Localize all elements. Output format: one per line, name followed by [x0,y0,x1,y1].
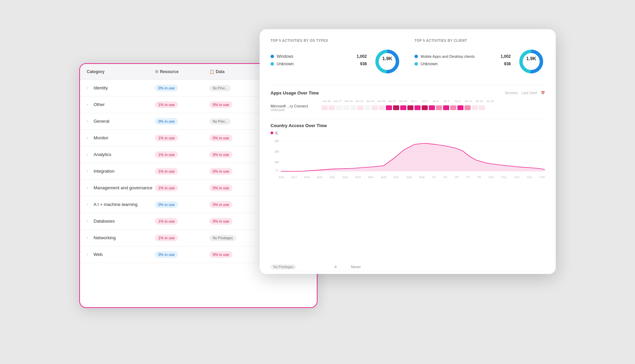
svg-text:100: 100 [274,160,279,163]
category-label: General [94,119,155,124]
client-title: TOP 5 ACTIVITIES BY CLIENT [414,39,545,42]
heatmap-cell [329,105,335,110]
heatmap-cell [343,105,349,110]
area-chart: 300 200 100 0 [271,138,545,175]
os-legend: Windows 1,002 Unknown 938 [271,54,367,69]
heatmap-cell [457,105,463,110]
expand-icon[interactable]: › [87,119,94,123]
country-dot [271,132,273,134]
resource-badge: 1% in use [155,185,209,191]
heatmap-row-label: Microsoft ...ry Connect Unknown [271,104,322,112]
resource-badge: 1% in use [155,168,209,175]
heatmap-cell [364,105,371,110]
category-label: Integration [94,169,155,174]
heatmap-cell [472,105,478,110]
category-label: Networking [94,235,155,240]
heatmap-cell [386,105,392,110]
heatmap-cell [450,105,456,110]
svg-text:200: 200 [274,150,279,153]
data-badge: 0% in use [209,151,264,158]
country-access-section: Country Access Over Time IL 300 200 100 … [271,123,545,179]
data-badge: No Privi... [209,118,264,125]
expand-icon[interactable]: › [87,169,94,173]
expand-icon[interactable]: › [87,186,94,190]
os-types-section: TOP 5 ACTIVITIES BY OS TYPES Windows 1,0… [271,39,401,75]
apps-usage-title: Apps Usage Over Time [271,90,319,96]
client-legend: Mobile Apps and Desktop clients 1,002 Un… [414,54,511,69]
heatmap-cells [322,105,485,110]
expand-icon[interactable]: › [87,136,94,140]
category-label: Analytics [94,152,155,157]
heatmap-cell [372,105,378,110]
os-types-title: TOP 5 ACTIVITIES BY OS TYPES [271,39,401,42]
heatmap-cell [379,105,385,110]
windows-dot [271,55,274,58]
data-badge: 0% in use [209,185,264,191]
heatmap-cell [322,105,328,110]
client-donut-chart: 1.9K [518,48,545,75]
heatmap-cell [465,105,471,110]
expand-icon[interactable]: › [87,86,94,90]
heatmap-cell [429,105,435,110]
col-header-data: 📋 Data [209,69,264,74]
heatmap-cell [422,105,428,110]
resource-badge: 1% in use [155,235,209,241]
data-badge: 0% in use [209,101,264,108]
resource-badge: 0% in use [155,85,209,91]
expand-icon[interactable]: › [87,103,94,106]
expand-icon[interactable]: › [87,236,94,240]
country-legend: IL [271,131,545,135]
data-badge: 0% in use [209,135,264,141]
resource-badge: 0% in use [155,201,209,208]
col-header-category: Category [87,69,155,74]
resource-badge: 1% in use [155,101,209,108]
category-label: Web [94,252,155,257]
country-access-title: Country Access Over Time [271,123,545,128]
category-label: Management and governance [94,185,155,190]
bottom-overlay-rows: No Privileges 4 Never [260,263,556,274]
area-chart-svg: 300 200 100 0 [271,138,545,175]
category-label: A I + machine learning [94,202,155,207]
svg-text:1.9K: 1.9K [382,56,392,61]
heatmap-cell [414,105,421,110]
mobile-dot [414,55,418,58]
overlay-row: No Privileges 4 Never [271,263,545,271]
heatmap-cell [479,105,485,110]
category-label: Monitor [94,135,155,140]
unknown-client-dot [414,62,418,66]
heatmap-cell [400,105,406,110]
svg-text:300: 300 [274,139,279,142]
os-donut-chart: 1.9K [374,48,401,75]
expand-icon[interactable]: › [87,153,94,156]
unknown-dot [271,62,274,66]
svg-text:1.9K: 1.9K [526,56,536,61]
expand-icon[interactable]: › [87,219,94,223]
resource-badge: 0% in use [155,118,209,125]
resource-badge: 1% in use [155,218,209,225]
data-badge: No Privileges [209,235,264,241]
legend-unknown-client: Unknown 938 [414,62,511,66]
heatmap-cell [436,105,442,110]
expand-icon[interactable]: › [87,253,94,256]
chart-card: TOP 5 ACTIVITIES BY OS TYPES Windows 1,0… [260,29,556,274]
heatmap-cell [407,105,413,110]
resource-badge: 0% in use [155,251,209,258]
heatmap-row: Microsoft ...ry Connect Unknown [271,104,545,112]
legend-mobile: Mobile Apps and Desktop clients 1,002 [414,54,511,59]
legend-windows: Windows 1,002 [271,54,367,59]
resource-badge: 1% in use [155,135,209,141]
data-badge: 0% in use [209,251,264,258]
data-badge: No Privi... [209,85,264,91]
category-label: Databases [94,219,155,224]
resource-badge: 1% in use [155,151,209,158]
heatmap-cell [393,105,399,110]
heatmap-cell [357,105,363,110]
area-fill [281,143,545,171]
legend-unknown: Unknown 938 [271,62,367,66]
data-badge: 0% in use [209,218,264,225]
category-label: Other [94,102,155,107]
heatmap-cell [336,105,342,110]
category-label: Identity [94,85,155,90]
heatmap-cell [443,105,449,110]
expand-icon[interactable]: › [87,203,94,206]
